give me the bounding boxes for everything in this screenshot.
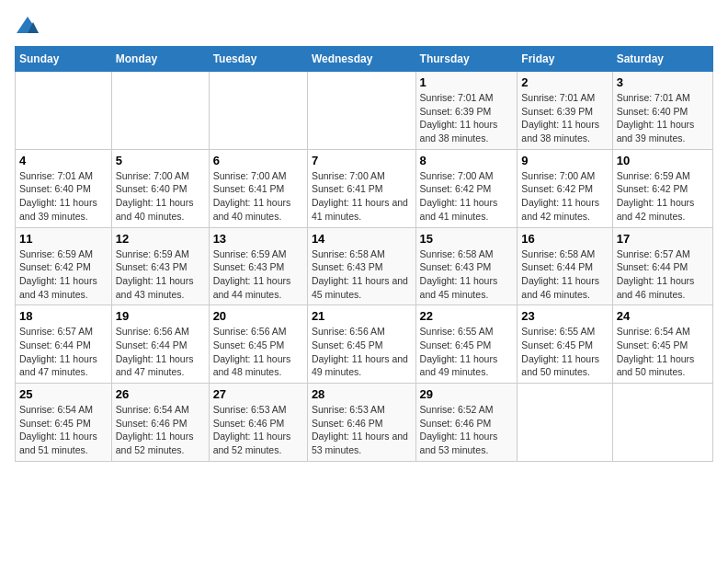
- day-info: Sunrise: 7:01 AMSunset: 6:39 PMDaylight:…: [420, 91, 514, 145]
- header-cell-saturday: Saturday: [612, 47, 712, 72]
- day-info: Sunrise: 6:56 AMSunset: 6:45 PMDaylight:…: [312, 325, 412, 379]
- day-info: Sunrise: 6:57 AMSunset: 6:44 PMDaylight:…: [617, 247, 709, 302]
- day-number: 28: [312, 387, 412, 401]
- day-number: 1: [420, 75, 514, 89]
- day-info: Sunrise: 7:00 AMSunset: 6:41 PMDaylight:…: [213, 169, 303, 224]
- day-cell: 4Sunrise: 7:01 AMSunset: 6:40 PMDaylight…: [16, 149, 112, 227]
- day-cell: 24Sunrise: 6:54 AMSunset: 6:45 PMDayligh…: [612, 305, 712, 384]
- day-cell: 5Sunrise: 7:00 AMSunset: 6:40 PMDaylight…: [111, 149, 209, 227]
- day-cell: 2Sunrise: 7:01 AMSunset: 6:39 PMDaylight…: [518, 72, 612, 150]
- day-info: Sunrise: 6:52 AMSunset: 6:46 PMDaylight:…: [420, 403, 514, 457]
- day-info: Sunrise: 6:53 AMSunset: 6:46 PMDaylight:…: [312, 403, 412, 457]
- day-cell: 29Sunrise: 6:52 AMSunset: 6:46 PMDayligh…: [415, 384, 518, 462]
- day-cell: [612, 384, 712, 462]
- day-info: Sunrise: 7:00 AMSunset: 6:40 PMDaylight:…: [116, 169, 205, 224]
- day-number: 15: [420, 232, 514, 246]
- day-number: 3: [617, 75, 709, 89]
- day-cell: 27Sunrise: 6:53 AMSunset: 6:46 PMDayligh…: [209, 384, 307, 462]
- day-info: Sunrise: 6:56 AMSunset: 6:45 PMDaylight:…: [213, 325, 303, 379]
- day-cell: [16, 72, 112, 150]
- week-row-1: 1Sunrise: 7:01 AMSunset: 6:39 PMDaylight…: [16, 72, 713, 150]
- day-number: 9: [521, 154, 608, 167]
- day-info: Sunrise: 7:01 AMSunset: 6:39 PMDaylight:…: [521, 91, 608, 145]
- day-cell: 21Sunrise: 6:56 AMSunset: 6:45 PMDayligh…: [307, 305, 415, 384]
- day-info: Sunrise: 6:59 AMSunset: 6:42 PMDaylight:…: [617, 169, 709, 224]
- day-cell: 11Sunrise: 6:59 AMSunset: 6:42 PMDayligh…: [16, 227, 112, 305]
- header-cell-friday: Friday: [518, 47, 612, 72]
- day-number: 25: [19, 387, 108, 401]
- day-cell: 7Sunrise: 7:00 AMSunset: 6:41 PMDaylight…: [307, 149, 415, 227]
- day-number: 2: [521, 75, 608, 89]
- day-number: 20: [213, 309, 303, 323]
- day-cell: 16Sunrise: 6:58 AMSunset: 6:44 PMDayligh…: [518, 227, 612, 305]
- day-info: Sunrise: 6:53 AMSunset: 6:46 PMDaylight:…: [213, 403, 303, 457]
- header-cell-tuesday: Tuesday: [209, 47, 307, 72]
- day-info: Sunrise: 6:54 AMSunset: 6:45 PMDaylight:…: [19, 403, 108, 457]
- day-number: 21: [312, 309, 412, 323]
- week-row-2: 4Sunrise: 7:01 AMSunset: 6:40 PMDaylight…: [16, 149, 713, 227]
- day-number: 29: [420, 387, 514, 401]
- day-number: 14: [312, 232, 412, 246]
- day-cell: 19Sunrise: 6:56 AMSunset: 6:44 PMDayligh…: [111, 305, 209, 384]
- week-row-5: 25Sunrise: 6:54 AMSunset: 6:45 PMDayligh…: [16, 384, 713, 462]
- day-number: 6: [213, 154, 303, 167]
- day-info: Sunrise: 6:54 AMSunset: 6:45 PMDaylight:…: [617, 325, 709, 379]
- day-cell: 17Sunrise: 6:57 AMSunset: 6:44 PMDayligh…: [612, 227, 712, 305]
- day-cell: [307, 72, 415, 150]
- day-cell: 22Sunrise: 6:55 AMSunset: 6:45 PMDayligh…: [415, 305, 518, 384]
- logo-icon: [15, 15, 40, 37]
- day-number: 23: [521, 309, 608, 323]
- day-info: Sunrise: 6:54 AMSunset: 6:46 PMDaylight:…: [116, 403, 205, 457]
- header-row: SundayMondayTuesdayWednesdayThursdayFrid…: [16, 47, 713, 72]
- day-number: 13: [213, 232, 303, 246]
- day-info: Sunrise: 7:00 AMSunset: 6:42 PMDaylight:…: [420, 169, 514, 224]
- day-info: Sunrise: 6:55 AMSunset: 6:45 PMDaylight:…: [521, 325, 608, 379]
- day-cell: 14Sunrise: 6:58 AMSunset: 6:43 PMDayligh…: [307, 227, 415, 305]
- day-cell: 8Sunrise: 7:00 AMSunset: 6:42 PMDaylight…: [415, 149, 518, 227]
- day-info: Sunrise: 7:00 AMSunset: 6:42 PMDaylight:…: [521, 169, 608, 224]
- day-cell: 18Sunrise: 6:57 AMSunset: 6:44 PMDayligh…: [16, 305, 112, 384]
- day-number: 7: [312, 154, 412, 167]
- day-cell: 25Sunrise: 6:54 AMSunset: 6:45 PMDayligh…: [16, 384, 112, 462]
- day-number: 17: [617, 232, 709, 246]
- day-info: Sunrise: 6:55 AMSunset: 6:45 PMDaylight:…: [420, 325, 514, 379]
- day-number: 10: [617, 154, 709, 167]
- day-cell: 3Sunrise: 7:01 AMSunset: 6:40 PMDaylight…: [612, 72, 712, 150]
- header-cell-thursday: Thursday: [415, 47, 518, 72]
- day-number: 4: [19, 154, 108, 167]
- calendar-table: SundayMondayTuesdayWednesdayThursdayFrid…: [15, 46, 713, 462]
- day-info: Sunrise: 6:56 AMSunset: 6:44 PMDaylight:…: [116, 325, 205, 379]
- day-info: Sunrise: 6:58 AMSunset: 6:44 PMDaylight:…: [521, 247, 608, 302]
- day-info: Sunrise: 6:58 AMSunset: 6:43 PMDaylight:…: [420, 247, 514, 302]
- day-cell: 15Sunrise: 6:58 AMSunset: 6:43 PMDayligh…: [415, 227, 518, 305]
- day-number: 27: [213, 387, 303, 401]
- day-info: Sunrise: 6:57 AMSunset: 6:44 PMDaylight:…: [19, 325, 108, 379]
- day-cell: 13Sunrise: 6:59 AMSunset: 6:43 PMDayligh…: [209, 227, 307, 305]
- day-number: 19: [116, 309, 205, 323]
- week-row-3: 11Sunrise: 6:59 AMSunset: 6:42 PMDayligh…: [16, 227, 713, 305]
- day-cell: 1Sunrise: 7:01 AMSunset: 6:39 PMDaylight…: [415, 72, 518, 150]
- day-number: 16: [521, 232, 608, 246]
- day-info: Sunrise: 7:01 AMSunset: 6:40 PMDaylight:…: [617, 91, 709, 145]
- day-number: 18: [19, 309, 108, 323]
- day-cell: 28Sunrise: 6:53 AMSunset: 6:46 PMDayligh…: [307, 384, 415, 462]
- day-number: 22: [420, 309, 514, 323]
- logo: [15, 15, 44, 37]
- header-cell-sunday: Sunday: [16, 47, 112, 72]
- day-info: Sunrise: 7:01 AMSunset: 6:40 PMDaylight:…: [19, 169, 108, 224]
- header: [15, 15, 713, 37]
- day-info: Sunrise: 6:59 AMSunset: 6:43 PMDaylight:…: [116, 247, 205, 302]
- day-cell: [209, 72, 307, 150]
- day-number: 12: [116, 232, 205, 246]
- header-cell-wednesday: Wednesday: [307, 47, 415, 72]
- day-number: 11: [19, 232, 108, 246]
- day-cell: 23Sunrise: 6:55 AMSunset: 6:45 PMDayligh…: [518, 305, 612, 384]
- day-cell: 10Sunrise: 6:59 AMSunset: 6:42 PMDayligh…: [612, 149, 712, 227]
- day-cell: 20Sunrise: 6:56 AMSunset: 6:45 PMDayligh…: [209, 305, 307, 384]
- day-cell: 6Sunrise: 7:00 AMSunset: 6:41 PMDaylight…: [209, 149, 307, 227]
- day-cell: 12Sunrise: 6:59 AMSunset: 6:43 PMDayligh…: [111, 227, 209, 305]
- day-number: 8: [420, 154, 514, 167]
- day-cell: [518, 384, 612, 462]
- day-number: 26: [116, 387, 205, 401]
- day-number: 24: [617, 309, 709, 323]
